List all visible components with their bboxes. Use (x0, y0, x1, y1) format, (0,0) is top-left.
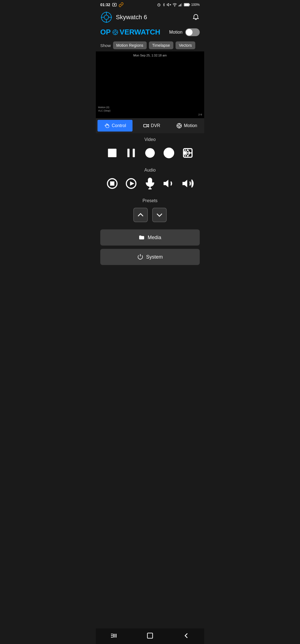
chevron-up-icon (137, 211, 144, 219)
svg-rect-10 (179, 5, 180, 6)
preset-up-btn[interactable] (133, 208, 148, 222)
bluetooth-icon (162, 3, 166, 7)
show-label: Show (100, 43, 111, 48)
svg-point-30 (178, 125, 180, 127)
battery-icon (184, 3, 190, 6)
media-btn[interactable]: Media (100, 229, 200, 246)
svg-rect-9 (179, 6, 179, 6)
photo-icon (112, 2, 117, 7)
video-shutter-btn[interactable] (162, 147, 175, 159)
presets-controls (96, 205, 204, 228)
brand-bar: OP VERWATCH Motion (96, 26, 204, 39)
audio-play-icon (125, 177, 138, 190)
video-controls (96, 144, 204, 164)
svg-point-23 (114, 31, 116, 33)
camera-timestamp: Mon Sep 25, 1:32:18 am (133, 54, 167, 57)
motion-icon (176, 123, 182, 129)
svg-rect-36 (128, 149, 130, 157)
motion-regions-btn[interactable]: Motion Regions (113, 41, 147, 49)
video-label: Video (96, 133, 204, 144)
tab-motion-label: Motion (184, 123, 197, 128)
vol-low-btn[interactable] (162, 177, 175, 190)
link-icon (119, 2, 124, 7)
nav-menu-btn[interactable] (110, 632, 118, 640)
show-bar: Show Motion Regions Timelapse Vectors (96, 39, 204, 51)
chevron-down-icon (156, 211, 163, 219)
system-btn[interactable]: System (100, 249, 200, 265)
logo-crosshair-icon (100, 11, 112, 23)
timelapse-btn[interactable]: Timelapse (149, 41, 173, 49)
audio-stop-btn[interactable] (106, 177, 119, 190)
svg-rect-15 (184, 4, 189, 6)
presets-label: Presets (96, 194, 204, 205)
tab-motion[interactable]: Motion (169, 119, 204, 133)
brand-crosshair-icon (112, 29, 119, 36)
nav-back-btn[interactable] (182, 632, 190, 640)
mic-icon (144, 177, 156, 190)
power-icon (137, 254, 143, 260)
bell-icon[interactable] (192, 13, 200, 21)
svg-line-4 (159, 5, 159, 5)
pause-icon (125, 147, 138, 159)
nav-home-btn[interactable] (146, 632, 154, 640)
tab-control-label: Control (112, 123, 126, 128)
motion-toggle-container[interactable]: Motion (169, 28, 200, 36)
camera-overlay-tl: Motion (0) VLC (Stop) (98, 106, 111, 113)
app-header: Skywatch 6 (96, 8, 204, 26)
home-square-icon (146, 632, 154, 640)
nav-bar (96, 628, 204, 644)
svg-marker-49 (182, 180, 187, 187)
flip-icon (181, 147, 194, 159)
video-pause-btn[interactable] (125, 147, 138, 159)
nav-tabs: Control DVR Motion (96, 118, 204, 133)
tab-dvr-label: DVR (151, 123, 160, 128)
folder-icon (139, 234, 145, 241)
camera-video-icon (143, 123, 149, 129)
audio-stop-icon (106, 177, 119, 190)
motion-toggle-switch[interactable] (185, 28, 200, 36)
vectors-btn[interactable]: Vectors (176, 41, 195, 49)
svg-point-8 (175, 6, 175, 6)
shutter-icon (162, 147, 175, 159)
video-flip-btn[interactable] (181, 147, 194, 159)
svg-rect-28 (144, 124, 147, 127)
vol-low-icon (162, 177, 175, 190)
tab-control[interactable]: Control (98, 120, 132, 132)
camera-overlay-br: 2-9 (198, 113, 202, 116)
back-icon (182, 632, 190, 640)
svg-rect-11 (181, 4, 181, 6)
status-time: 01:32 (100, 3, 110, 7)
video-stop-btn[interactable] (106, 147, 119, 159)
audio-label: Audio (96, 164, 204, 175)
video-record-btn[interactable] (144, 147, 156, 159)
svg-rect-12 (181, 3, 182, 6)
preset-down-btn[interactable] (152, 208, 167, 222)
audio-controls (96, 175, 204, 194)
svg-point-17 (104, 15, 109, 19)
svg-point-38 (145, 148, 155, 158)
mic-btn[interactable] (144, 177, 156, 190)
status-right: 100% (157, 3, 200, 7)
menu-icon (110, 632, 118, 640)
brand-name: OP VERWATCH (100, 28, 160, 36)
app-title: Skywatch 6 (116, 14, 192, 21)
svg-rect-56 (148, 633, 153, 638)
svg-marker-5 (167, 3, 169, 6)
wifi-icon (172, 3, 177, 7)
audio-play-btn[interactable] (125, 177, 138, 190)
vol-high-btn[interactable] (181, 177, 194, 190)
svg-rect-37 (133, 149, 135, 157)
mute-icon (167, 3, 171, 7)
toggle-knob (186, 29, 192, 36)
vol-high-icon (181, 177, 194, 190)
tab-dvr[interactable]: DVR (134, 119, 169, 133)
camera-feed: Mon Sep 25, 1:32:18 am Motion (0) VLC (S… (96, 51, 204, 118)
alarm-icon (157, 3, 161, 7)
battery-percent: 100% (191, 3, 200, 7)
svg-marker-44 (130, 181, 134, 185)
system-btn-label: System (146, 254, 163, 260)
status-left: 01:32 (100, 2, 124, 7)
media-btn-label: Media (148, 235, 161, 241)
svg-rect-14 (189, 4, 190, 6)
motion-toggle-label: Motion (169, 30, 182, 35)
